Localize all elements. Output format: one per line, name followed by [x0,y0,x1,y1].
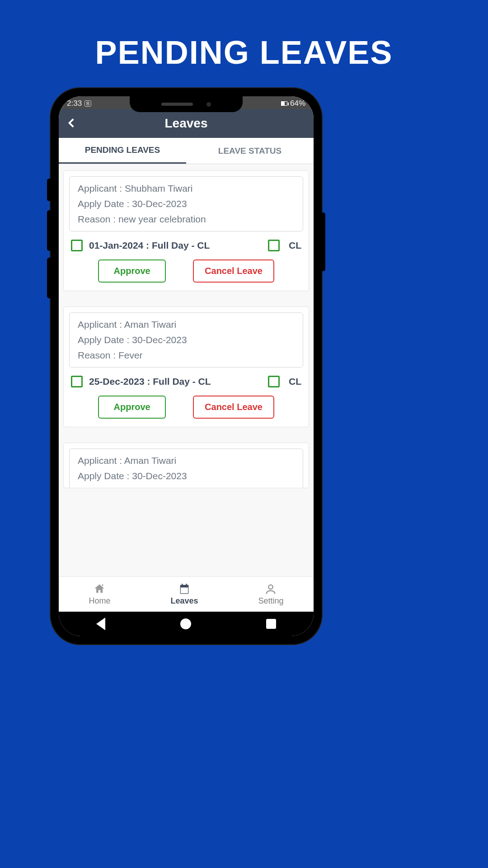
approve-button[interactable]: Approve [98,259,166,283]
phone-frame: 2:33 B 64% Leaves PENDING LEAVES LEAVE S… [51,88,322,644]
android-home-icon[interactable] [180,618,191,629]
leave-info-box: Applicant : Aman Tiwari Apply Date : 30-… [69,448,303,488]
android-back-icon[interactable] [96,618,105,630]
phone-screen: 2:33 B 64% Leaves PENDING LEAVES LEAVE S… [59,96,314,636]
status-time: 2:33 [67,99,82,108]
promo-title: PENDING LEAVES [0,0,488,71]
leave-date-checkbox[interactable] [71,240,83,251]
apply-date-label: Apply Date : [78,471,129,481]
tab-bar: PENDING LEAVES LEAVE STATUS [59,138,314,164]
leave-info-box: Applicant : Aman Tiwari Apply Date : 30-… [69,312,303,368]
reason-value: Fever [118,350,143,360]
leaves-list: Applicant : Shubham Tiwari Apply Date : … [59,164,314,576]
applicant-value: Shubham Tiwari [125,183,193,193]
page-title: Leaves [59,116,314,131]
battery-icon [281,101,287,106]
leave-card: Applicant : Shubham Tiwari Apply Date : … [63,170,309,291]
nav-leaves[interactable]: Leaves [170,583,198,606]
home-icon [93,583,106,595]
back-icon[interactable] [66,115,78,132]
leave-date-checkbox[interactable] [71,376,83,387]
front-camera [206,102,211,107]
speaker-slot [161,103,193,106]
cancel-leave-button[interactable]: Cancel Leave [193,259,274,283]
leave-date-row: 25-Dec-2023 : Full Day - CL CL [69,376,303,387]
leave-type-checkbox[interactable] [268,240,280,251]
phone-volume-down [47,258,52,298]
applicant-value: Aman Tiwari [124,455,177,466]
phone-power-button [321,212,325,271]
bottom-nav: Home Leaves Setting [59,576,314,612]
leave-card: Applicant : Aman Tiwari Apply Date : 30-… [63,443,309,488]
tab-leave-status[interactable]: LEAVE STATUS [186,138,314,164]
applicant-value: Aman Tiwari [124,319,177,330]
nav-setting-label: Setting [258,596,283,606]
applicant-label: Applicant : [78,183,122,193]
phone-side-button [47,179,52,201]
nav-home-label: Home [89,596,110,606]
leave-card: Applicant : Aman Tiwari Apply Date : 30-… [63,307,309,427]
action-row: Approve Cancel Leave [69,396,303,419]
leave-type-text: CL [289,376,301,387]
android-recents-icon[interactable] [266,619,276,629]
android-nav-bar [59,612,314,636]
app-header: Leaves [59,109,314,138]
leave-type-checkbox[interactable] [268,376,280,387]
phone-notch [130,96,243,112]
user-icon [264,583,277,595]
battery-percent: 64% [290,99,305,108]
apply-date-label: Apply Date : [78,335,129,345]
nav-leaves-label: Leaves [170,596,198,606]
apply-date-value: 30-Dec-2023 [132,198,187,209]
action-row: Approve Cancel Leave [69,259,303,283]
nav-home[interactable]: Home [89,583,110,606]
tab-pending-leaves[interactable]: PENDING LEAVES [59,138,186,164]
phone-volume-up [47,210,52,251]
cancel-leave-button[interactable]: Cancel Leave [193,396,274,419]
approve-button[interactable]: Approve [98,396,166,419]
b-indicator-icon: B [84,100,91,107]
leave-type-text: CL [289,240,301,251]
leave-date-row: 01-Jan-2024 : Full Day - CL CL [69,240,303,251]
nav-setting[interactable]: Setting [258,583,283,606]
leave-date-text: 25-Dec-2023 : Full Day - CL [89,376,262,387]
apply-date-value: 30-Dec-2023 [132,335,187,345]
calendar-icon [178,583,191,595]
apply-date-value: 30-Dec-2023 [132,471,187,481]
applicant-label: Applicant : [78,455,122,466]
reason-label: Reason : [78,350,116,360]
reason-value: new year celebration [118,214,206,224]
leave-date-text: 01-Jan-2024 : Full Day - CL [89,240,262,251]
apply-date-label: Apply Date : [78,198,129,209]
reason-label: Reason : [78,214,116,224]
applicant-label: Applicant : [78,319,122,330]
leave-info-box: Applicant : Shubham Tiwari Apply Date : … [69,176,303,231]
svg-point-0 [269,585,273,589]
